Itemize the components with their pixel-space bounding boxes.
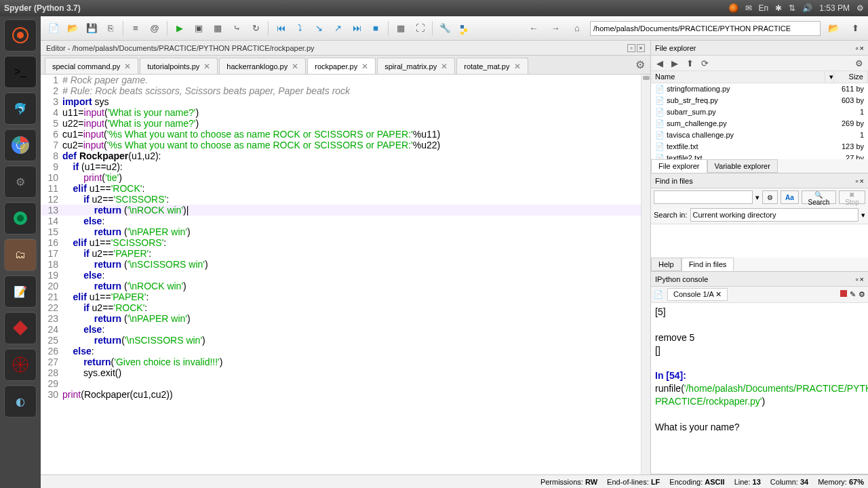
scope-dd-icon[interactable]: ▾ [861, 211, 865, 220]
code-line[interactable]: 15 return ('\nPAPER win') [41, 226, 650, 237]
fe-undock-icon[interactable]: ▫ [856, 44, 859, 52]
step-in-btn[interactable]: ↘ [310, 20, 328, 37]
tab-spiral-matrix-py[interactable]: spiral_matrix.py✕ [377, 58, 455, 74]
find-opts-btn[interactable]: ⚙ [762, 190, 778, 204]
camera-icon[interactable] [4, 202, 37, 235]
tab-rockpaper-py[interactable]: rockpaper.py✕ [307, 58, 376, 74]
path-input[interactable] [590, 21, 821, 36]
code-line[interactable]: 4u11=input('What is your name?') [41, 107, 650, 118]
code-line[interactable]: 8def Rockpaper(u1,u2): [41, 150, 650, 161]
open-btn[interactable]: 📂 [64, 20, 81, 37]
code-line[interactable]: 25 return('\nSCISSORS win') [41, 335, 650, 346]
code-line[interactable]: 16 elif u1=='SCISSORS': [41, 237, 650, 248]
save-all-btn[interactable]: ⎘ [102, 20, 119, 37]
tab-find[interactable]: Find in files [682, 258, 734, 271]
find-case-btn[interactable]: Aa [781, 190, 799, 204]
fe-opts-icon[interactable]: ⚙ [853, 57, 865, 69]
code-line[interactable]: 27 return('Given choice is invalid!!!') [41, 357, 650, 367]
chromium-icon[interactable]: ◐ [4, 385, 37, 418]
code-line[interactable]: 10 print('tie') [41, 172, 650, 183]
spyder-web-icon[interactable] [4, 348, 37, 381]
code-line[interactable]: 29 [41, 378, 650, 389]
editor-opts-icon[interactable]: ⚙ [630, 56, 650, 74]
code-line[interactable]: 18 return ('\nSCISSORS win') [41, 259, 650, 270]
step-btn[interactable]: ⤵ [291, 20, 309, 37]
con-undock-icon[interactable]: ▫ [856, 275, 859, 283]
code-line[interactable]: 20 return ('\nROCK win') [41, 281, 650, 291]
search-scope-input[interactable] [690, 208, 859, 222]
code-line[interactable]: 2# Rule: Rock beats scissors, Scissors b… [41, 85, 650, 96]
tab-rotate-mat-py[interactable]: rotate_mat.py✕ [456, 58, 528, 74]
continue-btn[interactable]: ⏭ [348, 20, 366, 37]
editor-undock-icon[interactable]: ▫ [627, 44, 635, 52]
prev-dir-icon[interactable]: ◀ [654, 57, 666, 69]
rerun-btn[interactable]: ↻ [247, 20, 264, 37]
close-icon[interactable]: ✕ [203, 62, 210, 71]
gedit-icon[interactable]: 📝 [4, 275, 37, 308]
code-line[interactable]: 11 elif u1=='ROCK': [41, 183, 650, 194]
file-table[interactable]: Name ▾ Size 📄 stringformationg.py611 by📄… [651, 71, 868, 159]
code-line[interactable]: 21 elif u1=='PAPER': [41, 291, 650, 302]
tab-variable-explorer[interactable]: Variable explorer [707, 159, 778, 173]
code-line[interactable]: 6cu1=input('%s What you want to choose a… [41, 129, 650, 140]
session-icon[interactable]: ⚙ [856, 3, 864, 13]
volume-icon[interactable]: 🔊 [802, 3, 812, 13]
at-btn[interactable]: @ [146, 20, 163, 37]
find-close-icon[interactable]: × [860, 177, 864, 185]
code-line[interactable]: 22 if u2=='ROCK': [41, 302, 650, 313]
close-icon[interactable]: ✕ [124, 62, 131, 71]
settings-icon[interactable]: ⚙ [4, 165, 37, 198]
tab-tutorialpoints-py[interactable]: tutorialpoints.py✕ [140, 58, 218, 74]
tab-hackerranklogo-py[interactable]: hackerranklogo.py✕ [219, 58, 306, 74]
bluetooth-icon[interactable]: ✱ [775, 3, 782, 13]
code-line[interactable]: 23 return ('\nPAPER win') [41, 313, 650, 324]
prefs-btn[interactable]: 🔧 [436, 20, 454, 37]
clock[interactable]: 1:53 PM [819, 3, 850, 13]
code-line[interactable]: 30print(Rockpaper(cu1,cu2)) [41, 389, 650, 400]
back-btn[interactable]: ← [525, 20, 542, 37]
fwd-btn[interactable]: → [547, 20, 564, 37]
find-input[interactable] [654, 190, 753, 204]
find-undock-icon[interactable]: ▫ [856, 177, 859, 185]
console-tab-1[interactable]: Console 1/A ✕ [667, 288, 728, 301]
record-icon[interactable] [729, 3, 738, 13]
code-line[interactable]: 7cu2=input('%s What you want to choose a… [41, 140, 650, 150]
list-btn[interactable]: ≡ [127, 20, 144, 37]
file-row[interactable]: 📄 textfile2.txt27 by [651, 152, 868, 159]
file-row[interactable]: 📄 sum_challenge.py269 by [651, 118, 868, 129]
network-icon[interactable]: ⇅ [789, 3, 795, 13]
code-line[interactable]: 14 else: [41, 216, 650, 226]
code-line[interactable]: 12 if u2=='SCISSORS': [41, 194, 650, 205]
python-btn[interactable] [455, 20, 473, 37]
spyder-icon[interactable] [4, 312, 37, 344]
code-line[interactable]: 17 if u2=='PAPER': [41, 248, 650, 259]
chrome-icon[interactable] [4, 129, 37, 161]
file-row[interactable]: 📄 tavisca challenge.py1 [651, 129, 868, 141]
refresh-dir-icon[interactable]: ⟳ [698, 57, 711, 69]
run-cell-next-btn[interactable]: ▦ [209, 20, 226, 37]
file-row[interactable]: 📄 textfile.txt123 by [651, 141, 868, 152]
con-clear-icon[interactable]: ✎ [850, 290, 856, 299]
tab-help[interactable]: Help [651, 258, 682, 271]
console-output[interactable]: [5] remove 5 [] In [54]: runfile('/home/… [651, 303, 868, 474]
parent-btn[interactable]: ⬆ [846, 20, 864, 37]
con-opts-icon[interactable]: ⚙ [859, 290, 865, 299]
editor-close-icon[interactable]: × [637, 44, 645, 52]
dash-icon[interactable] [4, 19, 37, 52]
run-selection-btn[interactable]: ⤷ [228, 20, 245, 37]
step-out-btn[interactable]: ↗ [329, 20, 347, 37]
file-row[interactable]: 📄 subarr_sum.py1 [651, 106, 868, 118]
tab-file-explorer[interactable]: File explorer [651, 159, 707, 173]
file-row[interactable]: 📄 stringformationg.py611 by [651, 83, 868, 95]
stop-btn[interactable]: ■ [367, 20, 384, 37]
run-btn[interactable]: ▶ [171, 20, 189, 37]
con-stop-icon[interactable] [840, 290, 847, 297]
code-line[interactable]: 9 if (u1==u2): [41, 161, 650, 172]
fullscreen-btn[interactable]: ⛶ [411, 20, 429, 37]
find-dd-icon[interactable]: ▾ [755, 193, 760, 202]
layout-btn[interactable]: ▦ [392, 20, 410, 37]
files-icon[interactable]: 🗂 [4, 239, 37, 271]
con-close-icon[interactable]: × [860, 275, 864, 283]
col-size[interactable]: Size [834, 71, 868, 83]
terminal-icon[interactable]: >_ [4, 56, 37, 88]
